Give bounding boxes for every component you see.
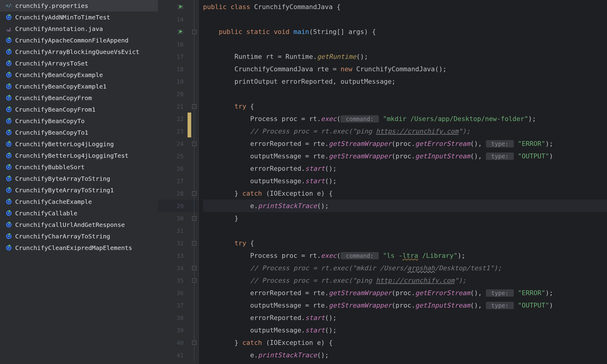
file-tree-item[interactable]: CrunchifyCallable	[0, 207, 158, 219]
code-line[interactable]: } catch (IOException e) {	[203, 187, 607, 200]
code-line[interactable]	[203, 224, 607, 237]
gutter-line-number[interactable]: 18	[158, 63, 190, 75]
file-tree-item[interactable]: CrunchifyBeanCopyTo1	[0, 127, 158, 138]
fold-expand-icon[interactable]: −	[192, 142, 196, 146]
fold-expand-icon[interactable]: −	[192, 341, 196, 345]
file-tree-item[interactable]: CrunchifyCleanExipredMapElements	[0, 242, 158, 254]
gutter-line-number[interactable]: 14	[158, 13, 190, 25]
fold-expand-icon[interactable]: −	[192, 266, 196, 270]
code-line[interactable]: Process proc = rt.exec( command: "ls -lt…	[203, 249, 607, 262]
gutter-line-number[interactable]: 37	[158, 299, 190, 312]
gutter-line-number[interactable]: 38	[158, 312, 190, 324]
code-line[interactable]: outputMessage.start();	[203, 175, 607, 187]
code-line[interactable]: public static void main(String[] args) {	[203, 25, 607, 38]
fold-expand-icon[interactable]: −	[192, 30, 196, 34]
file-tree-item[interactable]: CrunchifyBetterLog4jLoggingTest	[0, 150, 158, 161]
gutter-line-number[interactable]: 39	[158, 324, 190, 336]
gutter-line-number[interactable]: 33	[158, 249, 190, 262]
code-line[interactable]: outputMessage.start();	[203, 324, 607, 336]
code-line[interactable]: CrunchifyCommandJava rte = new Crunchify…	[203, 63, 607, 75]
gutter-line-number[interactable]: 19	[158, 75, 190, 88]
code-line[interactable]: public class CrunchifyCommandJava {	[203, 1, 607, 13]
gutter-line-number[interactable]: 36	[158, 287, 190, 299]
code-line[interactable]: errorReported = rte.getStreamWrapper(pro…	[203, 137, 607, 150]
file-tree-item[interactable]: CrunchifyByteArrayToString	[0, 173, 158, 184]
gutter-line-number[interactable]: 34	[158, 262, 190, 274]
fold-collapse-icon[interactable]: −	[192, 191, 196, 196]
run-gutter-icon[interactable]	[178, 4, 183, 10]
project-file-tree[interactable]: </>crunchify.propertiesCrunchifyAddNMinT…	[0, 0, 158, 364]
gutter-line-number[interactable]: 29	[158, 200, 190, 212]
code-line[interactable]: Runtime rt = Runtime.getRuntime();	[203, 50, 607, 63]
gutter-line-number[interactable]: 32	[158, 237, 190, 249]
svg-point-59	[8, 189, 10, 191]
gutter-line-number[interactable]: 23	[158, 125, 190, 137]
fold-expand-icon[interactable]: −	[192, 104, 196, 109]
code-line[interactable]: // Process proc = rt.exec("ping http://c…	[203, 274, 607, 287]
gutter-line-number[interactable]: 15	[158, 25, 190, 38]
code-line[interactable]: }	[203, 212, 607, 224]
file-tree-item[interactable]: CrunchifyAddNMinToTimeTest	[0, 12, 158, 23]
gutter-line-number[interactable]: 30	[158, 212, 190, 224]
fold-row: −	[190, 237, 198, 249]
file-tree-item[interactable]: CrunchifyByteArrayToString1	[0, 184, 158, 196]
file-tree-item[interactable]: CrunchifyBetterLog4jLogging	[0, 138, 158, 150]
file-tree-item[interactable]: CrunchifyCharArrayToString	[0, 231, 158, 242]
file-tree-item[interactable]: CrunchifyBeanCopyFrom	[0, 92, 158, 104]
fold-expand-icon[interactable]: −	[192, 241, 196, 245]
line-number-gutter[interactable]: 1314151617181920212223242526272829303132…	[158, 0, 190, 364]
file-tree-item[interactable]: CrunchifyBeanCopyFrom1	[0, 104, 158, 115]
gutter-line-number[interactable]: 31	[158, 224, 190, 237]
code-line[interactable]: Process proc = rt.exec( command: "mkdir …	[203, 113, 607, 125]
file-tree-item[interactable]: CrunchifyAnnotation.java	[0, 23, 158, 35]
gutter-line-number[interactable]: 25	[158, 150, 190, 162]
gutter-line-number[interactable]: 24	[158, 137, 190, 150]
code-line[interactable]: try {	[203, 100, 607, 113]
code-line[interactable]	[203, 38, 607, 50]
gutter-line-number[interactable]: 13	[158, 1, 190, 13]
gutter-line-number[interactable]: 26	[158, 162, 190, 175]
gutter-line-number[interactable]: 35	[158, 274, 190, 287]
svg-rect-52	[8, 164, 10, 166]
gutter-line-number[interactable]: 40	[158, 336, 190, 349]
svg-rect-12	[8, 49, 10, 51]
file-tree-item[interactable]: CrunchifyBeanCopyTo	[0, 115, 158, 127]
code-line[interactable]: outputMessage = rte.getStreamWrapper(pro…	[203, 150, 607, 162]
file-tree-item[interactable]: CrunchifyArrayBlockingQueueVsEvict	[0, 46, 158, 58]
file-tree-item[interactable]: CrunchifyBeanCopyExample1	[0, 81, 158, 92]
fold-column[interactable]: −−−−−−−−−	[190, 0, 199, 364]
gutter-line-number[interactable]: 27	[158, 175, 190, 187]
code-line[interactable]: e.printStackTrace();	[203, 349, 607, 361]
gutter-line-number[interactable]: 28	[158, 187, 190, 200]
code-line[interactable]: printOutput errorReported, outputMessage…	[203, 75, 607, 88]
code-line[interactable]: errorReported = rte.getStreamWrapper(pro…	[203, 287, 607, 299]
gutter-line-number[interactable]: 41	[158, 349, 190, 361]
code-line-current[interactable]: e.printStackTrace();	[203, 200, 607, 212]
fold-expand-icon[interactable]: −	[192, 278, 196, 283]
gutter-line-number[interactable]: 17	[158, 50, 190, 63]
file-tree-item-label: CrunchifyAddNMinToTimeTest	[15, 14, 110, 21]
code-line[interactable]: errorReported.start();	[203, 312, 607, 324]
file-tree-item[interactable]: </>crunchify.properties	[0, 0, 158, 12]
code-line[interactable]	[203, 13, 607, 25]
gutter-line-number[interactable]: 16	[158, 38, 190, 50]
gutter-line-number[interactable]: 20	[158, 88, 190, 100]
file-tree-item[interactable]: CrunchifyArraysToSet	[0, 58, 158, 69]
code-line[interactable]: // Process proc = rt.exec("mkdir /Users/…	[203, 262, 607, 274]
code-line[interactable]: outputMessage = rte.getStreamWrapper(pro…	[203, 299, 607, 312]
file-tree-item[interactable]: CrunchifyBeanCopyExample	[0, 69, 158, 81]
code-line[interactable]	[203, 88, 607, 100]
file-tree-item[interactable]: CrunchifyCacheExample	[0, 196, 158, 207]
fold-collapse-icon[interactable]: −	[192, 216, 196, 221]
code-line[interactable]: // Process proc = rt.exec("ping https://…	[203, 125, 607, 137]
gutter-line-number[interactable]: 21	[158, 100, 190, 113]
code-line[interactable]: } catch (IOException e) {	[203, 336, 607, 349]
code-line[interactable]: errorReported.start();	[203, 162, 607, 175]
file-tree-item[interactable]: CrunchifyApacheCommonFileAppend	[0, 35, 158, 46]
code-editor[interactable]: public class CrunchifyCommandJava { publ…	[199, 0, 607, 364]
file-tree-item[interactable]: CrunchifycallUrlAndGetResponse	[0, 219, 158, 231]
gutter-line-number[interactable]: 22	[158, 113, 190, 125]
code-line[interactable]: try {	[203, 237, 607, 249]
run-gutter-icon[interactable]	[178, 29, 183, 35]
file-tree-item[interactable]: CrunchifyBubbleSort	[0, 161, 158, 173]
